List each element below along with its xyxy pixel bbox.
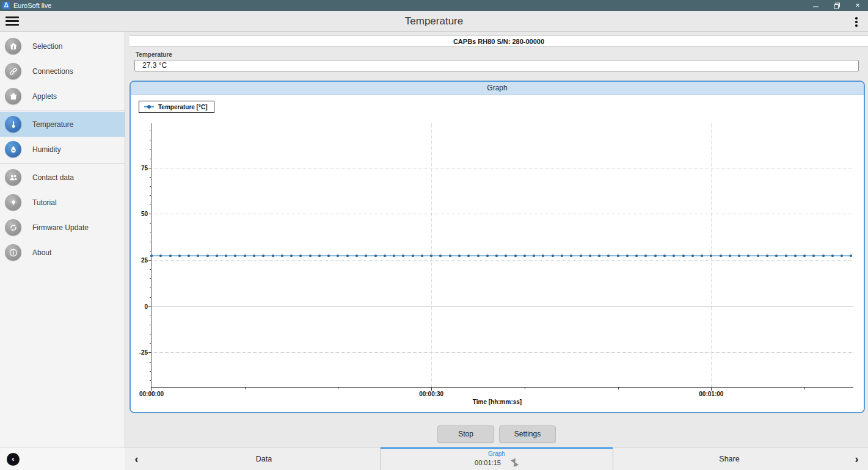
temperature-value-field[interactable] [134,60,859,71]
temperature-data-point [720,255,722,257]
settings-button[interactable]: Settings [499,425,556,443]
temperature-data-point [253,255,255,257]
temperature-data-point [309,255,312,257]
sidebar-item-tutorial[interactable]: Tutorial [0,190,125,215]
app-header: Temperature [0,11,868,32]
sidebar-item-firmware-update[interactable]: Firmware Update [0,215,125,240]
overflow-menu-icon[interactable] [851,16,862,28]
temperature-data-point [384,255,386,257]
sidebar-item-label: Temperature [32,120,73,129]
tab-graph[interactable]: Graph 00:01:15 [380,448,613,470]
temperature-data-point [225,255,227,257]
sidebar-item-connections[interactable]: Connections [0,59,125,84]
sidebar-divider [0,163,125,164]
y-minor-tick [150,380,151,381]
y-minor-tick [150,325,151,325]
x-minor-tick [338,388,338,389]
y-tick-label: 0 [129,303,148,309]
temperature-data-point [626,255,629,257]
temperature-data-point [421,255,423,257]
stop-button[interactable]: Stop [437,425,494,443]
temperature-data-point [803,255,806,257]
y-minor-tick [150,149,151,150]
y-gridline [151,260,853,261]
applets-icon [5,88,21,104]
temperature-data-point [812,255,815,257]
temperature-icon [5,116,21,132]
temperature-data-point [356,255,358,257]
sidebar-item-label: Firmware Update [32,223,89,232]
temperature-data-point [346,255,349,257]
temperature-data-point [552,255,554,257]
reading-label: Temperature [136,51,868,58]
sidebar-item-label: About [32,248,51,257]
y-tick-label: 25 [129,257,148,264]
temperature-data-point [617,255,619,257]
temperature-data-point [374,255,377,257]
sidebar: SelectionConnectionsAppletsTemperature%H… [0,32,125,447]
y-minor-tick [150,371,151,372]
y-minor-tick [150,269,151,270]
temperature-data-point [729,255,731,257]
temperature-data-point [244,255,246,257]
sidebar-item-contact-data[interactable]: Contact data [0,165,125,190]
chart-legend[interactable]: Temperature [°C] [139,101,214,113]
x-tick-label: 00:00:00 [139,391,164,397]
main-content: CAPBs RH80 S/N: 280-00000 Temperature Gr… [125,32,868,447]
contact-data-icon [5,169,21,186]
title-bar: Δ EuroSoft live × [0,0,868,11]
y-tick [148,260,151,261]
temperature-data-point [430,255,432,257]
sidebar-item-about[interactable]: About [0,240,125,265]
temperature-data-point [412,255,414,257]
temperature-series-line [151,255,851,256]
x-minor-tick [618,388,619,389]
sidebar-item-selection[interactable]: Selection [0,34,125,59]
y-minor-tick [150,140,151,140]
recording-timer: 00:01:15 [475,459,501,466]
temperature-data-point [757,255,759,257]
connections-icon [5,63,21,79]
device-serial-header: CAPBs RH80 S/N: 280-00000 [129,35,868,47]
temperature-data-point [738,255,740,257]
temperature-data-point [691,255,694,257]
temperature-data-point [673,255,675,257]
sidebar-item-label: Contact data [32,173,74,182]
graph-panel: Graph Temperature [°C] 7550250-2500:00:0… [129,81,865,413]
temperature-data-point [523,255,526,257]
plot-area: 7550250-2500:00:0000:00:3000:01:00 [151,123,853,388]
temperature-data-point [169,255,172,257]
sidebar-item-humidity[interactable]: %Humidity [0,137,125,162]
temperature-data-point [542,255,544,257]
sidebar-item-label: Applets [32,92,57,101]
temperature-data-point [290,255,293,257]
legend-line-marker-icon [144,106,154,107]
y-tick [148,168,151,168]
app-title: EuroSoft live [13,2,806,9]
y-minor-tick [150,251,151,251]
tab-data[interactable]: Data [148,448,380,470]
y-minor-tick [150,297,151,298]
temperature-data-point [439,255,442,257]
close-icon[interactable]: × [847,0,868,11]
temperature-data-point [831,255,834,257]
temperature-data-point [486,255,489,257]
app-logo-icon: Δ [2,2,10,9]
next-tab-arrow-icon[interactable]: › [845,448,868,470]
temperature-data-point [402,255,404,257]
temperature-data-point [644,255,647,257]
y-minor-tick [150,278,151,279]
sidebar-item-temperature[interactable]: Temperature [0,112,125,137]
tab-share[interactable]: Share [613,448,845,470]
sidebar-footer: ‹ [0,447,125,470]
prev-tab-arrow-icon[interactable]: ‹ [125,448,148,470]
restore-icon[interactable] [826,0,847,11]
y-tick [148,214,151,214]
temperature-data-point [159,255,162,257]
y-minor-tick [150,242,151,242]
minimize-icon[interactable] [806,0,826,11]
sidebar-item-applets[interactable]: Applets [0,84,125,109]
temperature-data-point [318,255,321,257]
sidebar-item-label: Tutorial [32,198,57,207]
collapse-sidebar-button[interactable]: ‹ [7,453,20,466]
